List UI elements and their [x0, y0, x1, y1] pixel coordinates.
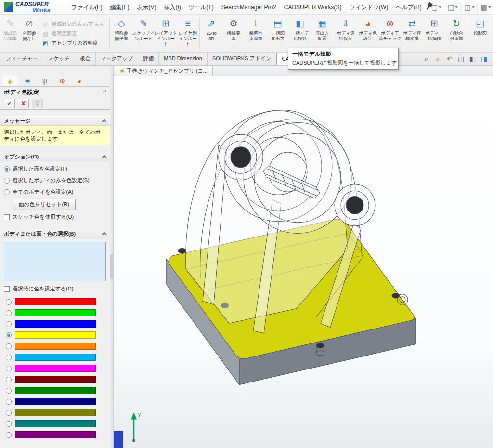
message-group-header[interactable]: メッセージ [0, 116, 110, 126]
option-radio[interactable]: 選択した面を色設定(F) [4, 165, 106, 172]
cancel-button[interactable]: ✘ [18, 99, 29, 108]
color-radio-icon[interactable] [6, 321, 12, 327]
color-radio-icon[interactable] [6, 432, 12, 438]
ribbon-button[interactable]: ◕ ボディ色 設定 [357, 16, 379, 51]
ribbon-button[interactable]: ⊥ 幾何拘 束追加 [245, 16, 267, 51]
menu-item[interactable]: 挿入(I) [160, 0, 184, 14]
color-option-row[interactable] [0, 407, 110, 418]
color-radio-icon[interactable] [6, 310, 12, 316]
color-option-row[interactable] [0, 329, 110, 341]
selection-list-box[interactable] [4, 242, 106, 281]
panel-splitter[interactable] [110, 66, 114, 448]
ribbon-button[interactable]: ⊗ ボディ干 渉チェック [379, 16, 401, 51]
menu-item[interactable]: 表示(V) [133, 0, 160, 14]
ribbon-button[interactable]: ✎ 構成部 品編集 [0, 16, 20, 51]
color-swatch[interactable] [15, 320, 96, 328]
quick-toolbar-button[interactable]: ◱ [445, 2, 461, 12]
dimxpert-manager-tab-icon[interactable]: ⊕ [54, 76, 70, 86]
color-radio-icon[interactable] [6, 332, 12, 338]
color-option-row[interactable] [0, 363, 110, 374]
splitter-collapse-handle[interactable] [110, 254, 114, 279]
command-tab[interactable]: フィーチャー [1, 53, 43, 65]
ribbon-stack-item[interactable]: ▨ 透明度変更 [42, 29, 106, 38]
ribbon-button[interactable]: ⊘ 外部参 照なし [20, 16, 39, 51]
color-swatch[interactable] [15, 387, 96, 394]
zoom-area-icon[interactable]: ⌕ [434, 55, 442, 63]
pin-menubar-button[interactable] [428, 2, 429, 12]
left-bearing-boss[interactable] [219, 134, 263, 180]
color-swatch[interactable] [15, 331, 96, 339]
menu-item[interactable]: ファイル(F) [67, 0, 106, 14]
property-manager-tab-icon[interactable]: ≣ [19, 76, 36, 86]
viewport-3d-scene[interactable]: Y [114, 76, 493, 448]
color-option-row[interactable] [0, 418, 110, 429]
color-option-row[interactable] [0, 374, 110, 385]
command-tab[interactable]: マークアップ [96, 53, 138, 65]
menu-item[interactable]: 編集(E) [106, 0, 133, 14]
ribbon-button[interactable]: ⇓ ボディ選 択保存 [335, 16, 357, 51]
color-option-row[interactable] [0, 296, 110, 307]
ribbon-button[interactable]: ◰ 投影図 [469, 16, 491, 51]
bolt-hole[interactable] [392, 293, 400, 298]
command-tab[interactable]: SOLIDWORKS アドイン [208, 53, 277, 65]
menu-item[interactable]: ツール(T) [185, 0, 218, 14]
color-swatch[interactable] [15, 431, 96, 438]
ribbon-button[interactable]: ▦ 表出力 配置 [311, 16, 333, 51]
menu-item[interactable]: ウィンドウ(W) [346, 0, 392, 14]
color-swatch[interactable] [15, 343, 96, 350]
selection-group-header[interactable]: ボディまたは面・色の選択(B) [0, 229, 110, 238]
drum-flange[interactable] [244, 123, 351, 234]
color-swatch[interactable] [15, 365, 96, 372]
quick-toolbar-button[interactable]: ◫ [462, 2, 477, 12]
right-bearing-boss[interactable] [335, 184, 375, 226]
color-radio-icon[interactable] [6, 377, 12, 382]
ribbon-button[interactable]: ◇ 特殊参 照平面 [110, 16, 132, 51]
menu-item[interactable]: SearchManager Pro2 [218, 0, 280, 14]
command-tab[interactable]: 板金 [75, 53, 96, 65]
options-group-header[interactable]: オプション(O) [0, 152, 110, 161]
bolt-hole[interactable] [178, 248, 186, 253]
quick-toolbar-button[interactable]: ▤ [479, 2, 493, 12]
option-radio[interactable]: 全てのボディを色設定(A) [4, 188, 106, 196]
color-swatch[interactable] [15, 298, 96, 305]
ribbon-stack-item[interactable]: ◍ 構成部品の表示/非表示 [42, 20, 106, 28]
color-option-row[interactable] [0, 307, 110, 318]
bolt-hole[interactable] [316, 343, 324, 348]
ribbon-stack-item[interactable]: ◩ アセンブリの透明度 [42, 39, 106, 47]
display-style-icon[interactable]: ◨ [480, 55, 488, 63]
color-option-row[interactable] [0, 341, 110, 352]
ribbon-button[interactable]: ↻ 自動合 致追加 [445, 16, 467, 51]
ribbon-button[interactable]: ◧ 一括モデ ル投影 [289, 16, 311, 51]
color-swatch[interactable] [15, 409, 96, 416]
menu-item[interactable]: CADSUPER Works(S) [280, 0, 346, 14]
ok-button[interactable]: ✔ [4, 99, 15, 108]
option-radio[interactable]: 選択したボディのみを色設定(S) [4, 177, 106, 184]
color-radio-icon[interactable] [6, 366, 12, 371]
color-radio-icon[interactable] [6, 299, 12, 305]
ribbon-button[interactable]: ⊞ ボディ一 括操作 [423, 16, 445, 51]
color-option-row[interactable] [0, 352, 110, 363]
view-orientation-icon[interactable]: ◧ [468, 55, 477, 63]
section-view-icon[interactable]: ◫ [457, 55, 465, 63]
color-swatch[interactable] [15, 420, 96, 427]
command-tab[interactable]: 評価 [138, 53, 159, 65]
ribbon-button[interactable]: ⇄ ボディ座 標変換 [401, 16, 423, 51]
reset-face-color-button[interactable]: 面の色をリセット(R) [13, 199, 76, 210]
color-option-row[interactable] [0, 429, 110, 440]
pin-dialog-button[interactable]: ⚲ [32, 99, 43, 108]
help-icon[interactable]: ? [103, 89, 106, 95]
color-radio-icon[interactable] [6, 343, 12, 349]
color-radio-icon[interactable] [6, 421, 12, 427]
configuration-manager-tab-icon[interactable]: ψ [37, 76, 53, 86]
color-swatch[interactable] [15, 398, 96, 405]
color-swatch[interactable] [15, 376, 96, 383]
menu-item[interactable]: ヘルプ(H) [392, 0, 426, 14]
display-manager-tab-icon[interactable]: ◕ [71, 76, 88, 86]
ribbon-button[interactable]: ⇗ 2D to 3D [200, 16, 222, 51]
color-option-row[interactable] [0, 385, 110, 396]
color-radio-icon[interactable] [6, 355, 12, 360]
apply-color-on-select-checkbox[interactable]: 選択時に色を設定する(D) [4, 285, 106, 292]
use-sketch-color-checkbox[interactable]: スケッチ色を使用する(U) [4, 213, 106, 221]
color-radio-icon[interactable] [6, 410, 12, 416]
ribbon-button[interactable]: ⊞ レイアウト インポー ト [155, 16, 177, 51]
